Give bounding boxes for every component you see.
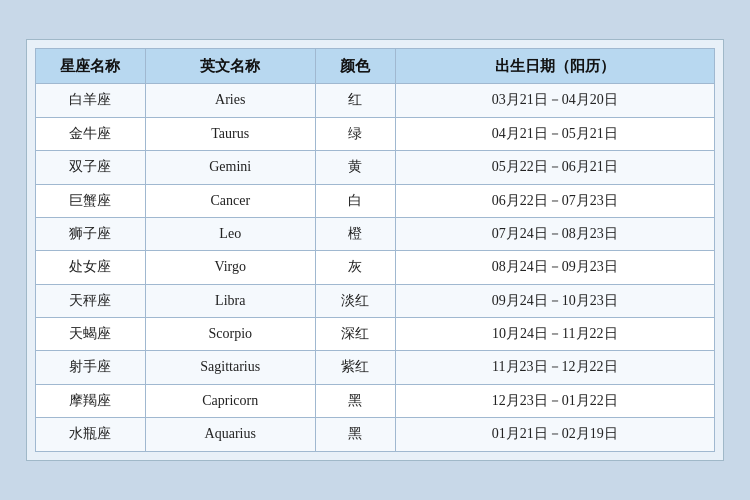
cell-chinese: 巨蟹座 bbox=[36, 184, 146, 217]
cell-english: Sagittarius bbox=[145, 351, 315, 384]
cell-english: Capricorn bbox=[145, 384, 315, 417]
cell-date: 01月21日－02月19日 bbox=[395, 418, 714, 451]
cell-chinese: 射手座 bbox=[36, 351, 146, 384]
cell-color: 红 bbox=[315, 84, 395, 117]
header-english: 英文名称 bbox=[145, 49, 315, 84]
cell-date: 09月24日－10月23日 bbox=[395, 284, 714, 317]
cell-chinese: 双子座 bbox=[36, 151, 146, 184]
table-row: 金牛座Taurus绿04月21日－05月21日 bbox=[36, 117, 715, 150]
table-row: 白羊座Aries红03月21日－04月20日 bbox=[36, 84, 715, 117]
zodiac-table-container: 星座名称 英文名称 颜色 出生日期（阳历） 白羊座Aries红03月21日－04… bbox=[26, 39, 724, 460]
cell-english: Gemini bbox=[145, 151, 315, 184]
cell-english: Leo bbox=[145, 217, 315, 250]
cell-chinese: 天蝎座 bbox=[36, 318, 146, 351]
cell-english: Cancer bbox=[145, 184, 315, 217]
cell-color: 黑 bbox=[315, 384, 395, 417]
header-date: 出生日期（阳历） bbox=[395, 49, 714, 84]
table-row: 射手座Sagittarius紫红11月23日－12月22日 bbox=[36, 351, 715, 384]
cell-date: 06月22日－07月23日 bbox=[395, 184, 714, 217]
zodiac-table: 星座名称 英文名称 颜色 出生日期（阳历） 白羊座Aries红03月21日－04… bbox=[35, 48, 715, 451]
cell-english: Aries bbox=[145, 84, 315, 117]
cell-chinese: 水瓶座 bbox=[36, 418, 146, 451]
cell-chinese: 天秤座 bbox=[36, 284, 146, 317]
cell-color: 绿 bbox=[315, 117, 395, 150]
cell-color: 黄 bbox=[315, 151, 395, 184]
header-chinese: 星座名称 bbox=[36, 49, 146, 84]
cell-date: 11月23日－12月22日 bbox=[395, 351, 714, 384]
table-row: 双子座Gemini黄05月22日－06月21日 bbox=[36, 151, 715, 184]
cell-chinese: 处女座 bbox=[36, 251, 146, 284]
cell-english: Virgo bbox=[145, 251, 315, 284]
cell-date: 04月21日－05月21日 bbox=[395, 117, 714, 150]
table-header-row: 星座名称 英文名称 颜色 出生日期（阳历） bbox=[36, 49, 715, 84]
cell-color: 紫红 bbox=[315, 351, 395, 384]
table-row: 巨蟹座Cancer白06月22日－07月23日 bbox=[36, 184, 715, 217]
table-row: 水瓶座Aquarius黑01月21日－02月19日 bbox=[36, 418, 715, 451]
cell-date: 10月24日－11月22日 bbox=[395, 318, 714, 351]
cell-date: 07月24日－08月23日 bbox=[395, 217, 714, 250]
cell-color: 灰 bbox=[315, 251, 395, 284]
table-row: 摩羯座Capricorn黑12月23日－01月22日 bbox=[36, 384, 715, 417]
table-row: 天秤座Libra淡红09月24日－10月23日 bbox=[36, 284, 715, 317]
cell-english: Taurus bbox=[145, 117, 315, 150]
cell-color: 深红 bbox=[315, 318, 395, 351]
cell-date: 12月23日－01月22日 bbox=[395, 384, 714, 417]
cell-chinese: 白羊座 bbox=[36, 84, 146, 117]
table-row: 天蝎座Scorpio深红10月24日－11月22日 bbox=[36, 318, 715, 351]
cell-chinese: 狮子座 bbox=[36, 217, 146, 250]
cell-english: Scorpio bbox=[145, 318, 315, 351]
cell-chinese: 摩羯座 bbox=[36, 384, 146, 417]
cell-date: 05月22日－06月21日 bbox=[395, 151, 714, 184]
table-row: 处女座Virgo灰08月24日－09月23日 bbox=[36, 251, 715, 284]
header-color: 颜色 bbox=[315, 49, 395, 84]
cell-english: Aquarius bbox=[145, 418, 315, 451]
cell-color: 橙 bbox=[315, 217, 395, 250]
cell-date: 03月21日－04月20日 bbox=[395, 84, 714, 117]
cell-color: 黑 bbox=[315, 418, 395, 451]
table-row: 狮子座Leo橙07月24日－08月23日 bbox=[36, 217, 715, 250]
cell-color: 淡红 bbox=[315, 284, 395, 317]
cell-date: 08月24日－09月23日 bbox=[395, 251, 714, 284]
cell-english: Libra bbox=[145, 284, 315, 317]
cell-color: 白 bbox=[315, 184, 395, 217]
cell-chinese: 金牛座 bbox=[36, 117, 146, 150]
